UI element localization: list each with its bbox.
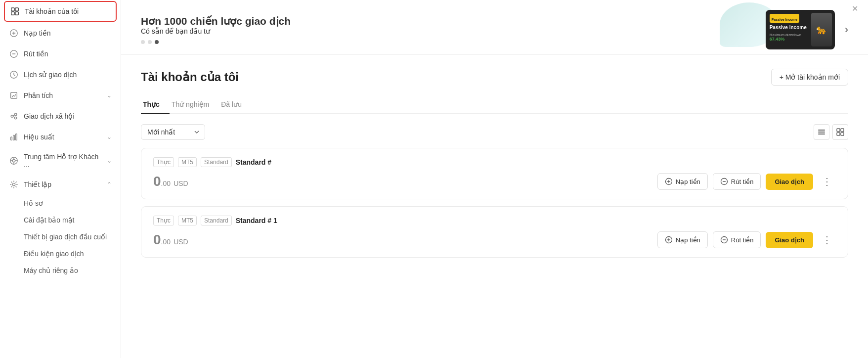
chevron-up-icon: ⌃ [107, 181, 112, 188]
deposit-button-2[interactable]: Nạp tiền [657, 231, 708, 248]
content-header: Tài khoản của tôi + Mở tài khoản mới [141, 69, 848, 86]
account-actions-1: Nạp tiền Rút tiền Giao dịch ⋮ [657, 173, 836, 190]
account-card-1: Thực MT5 Standard Standard # 0.00 USD Nạ… [141, 148, 848, 199]
svg-point-15 [12, 159, 15, 162]
svg-rect-0 [11, 8, 14, 11]
account-card-1-bottom: 0.00 USD Nạp tiền Rút tiền Giao dịch ⋮ [153, 173, 836, 190]
banner-dot-3 [155, 40, 159, 44]
svg-point-8 [11, 115, 13, 118]
withdraw-button-1[interactable]: Rút tiền [713, 173, 761, 190]
sub-item-label: Thiết bị giao dịch đầu cuối [24, 233, 107, 241]
support-icon [9, 156, 19, 166]
banner-dot-1 [141, 40, 145, 44]
sidebar-item-analysis[interactable]: Phân tích ⌄ [0, 85, 121, 106]
tab-demo[interactable]: Thử nghiệm [170, 95, 219, 114]
grid-icon [10, 6, 20, 16]
trade-button-1[interactable]: Giao dịch [766, 174, 813, 190]
sidebar: Tài khoản của tôi Nạp tiền Rút tiền Lịch… [0, 0, 121, 358]
svg-point-16 [12, 183, 15, 185]
svg-rect-3 [15, 12, 18, 15]
new-account-button[interactable]: + Mở tài khoản mới [771, 69, 848, 86]
banner-card: Passive Income Passive income Maximum dr… [766, 10, 835, 49]
account-card-2: Thực MT5 Standard Standard # 1 0.00 USD … [141, 206, 848, 258]
sidebar-sub-item-profile[interactable]: Hồ sơ [0, 195, 121, 212]
svg-rect-17 [818, 130, 825, 131]
svg-rect-19 [818, 134, 825, 134]
minus-circle-icon [9, 49, 19, 59]
sidebar-item-withdraw[interactable]: Rút tiền [0, 44, 121, 64]
banner-image-area: Passive Income Passive income Maximum dr… [766, 10, 848, 49]
banner-dot-2 [148, 40, 152, 44]
account-card-1-top: Thực MT5 Standard Standard # [153, 157, 836, 167]
svg-rect-1 [15, 8, 18, 11]
settings-icon [9, 179, 19, 189]
sidebar-item-label: Phân tích [24, 91, 102, 99]
sidebar-item-deposit[interactable]: Nạp tiền [0, 23, 121, 44]
chevron-down-icon: ⌄ [107, 92, 112, 99]
sidebar-item-performance[interactable]: Hiệu suất ⌄ [0, 127, 121, 147]
view-toggle [814, 124, 848, 140]
sidebar-item-social[interactable]: Giao dịch xã hội [0, 106, 121, 127]
sidebar-item-support[interactable]: Trung tâm Hỗ trợ Khách ... ⌄ [0, 147, 121, 174]
new-account-label: + Mở tài khoản mới [780, 73, 840, 81]
chart-icon [9, 132, 19, 142]
content-area: Tài khoản của tôi + Mở tài khoản mới Thự… [121, 55, 868, 278]
list-view-button[interactable] [814, 124, 829, 140]
sidebar-item-label: Giao dịch xã hội [24, 112, 112, 120]
analysis-icon [9, 90, 19, 100]
sidebar-item-history[interactable]: Lịch sử giao dịch [0, 64, 121, 85]
banner: Hơn 1000 chiến lược giao dịch Có sẵn để … [121, 0, 868, 55]
sub-item-label: Điều kiện giao dịch [24, 250, 84, 258]
svg-rect-11 [11, 137, 12, 140]
account-balance-2: 0.00 USD [153, 232, 188, 248]
clock-icon [9, 70, 19, 80]
account-card-2-top: Thực MT5 Standard Standard # 1 [153, 216, 836, 225]
svg-rect-2 [11, 12, 14, 15]
sidebar-item-label: Nạp tiền [24, 29, 112, 37]
banner-card-badge: Passive Income [770, 14, 800, 23]
sub-item-label: Hồ sơ [24, 199, 43, 207]
tab-real[interactable]: Thực [141, 95, 170, 114]
account-card-2-bottom: 0.00 USD Nạp tiền Rút tiền Giao dịch ⋮ [153, 231, 836, 248]
sidebar-sub-item-devices[interactable]: Thiết bị giao dịch đầu cuối [0, 228, 121, 245]
sidebar-item-my-account[interactable]: Tài khoản của tôi [4, 1, 117, 22]
banner-text: Hơn 1000 chiến lược giao dịch Có sẵn để … [141, 15, 291, 44]
account-tag-mt5-1: MT5 [178, 157, 197, 167]
sidebar-sub-item-vps[interactable]: Máy chủ riêng ảo [0, 262, 121, 279]
sidebar-sub-item-conditions[interactable]: Điều kiện giao dịch [0, 245, 121, 262]
svg-rect-12 [13, 135, 15, 140]
sidebar-sub-item-security[interactable]: Cài đặt bảo mật [0, 212, 121, 228]
banner-subtitle: Có sẵn để bạn đầu tư [141, 27, 291, 35]
deposit-button-1[interactable]: Nạp tiền [657, 173, 708, 190]
account-tag-std-2: Standard [201, 216, 232, 225]
tab-saved[interactable]: Đã lưu [219, 95, 252, 114]
trade-button-2[interactable]: Giao dịch [766, 232, 813, 248]
sidebar-item-label: Rút tiền [24, 50, 112, 58]
sidebar-item-label: Tài khoản của tôi [25, 7, 111, 15]
account-actions-2: Nạp tiền Rút tiền Giao dịch ⋮ [657, 231, 836, 248]
banner-next-arrow[interactable]: › [845, 23, 848, 36]
main-content: Hơn 1000 chiến lược giao dịch Có sẵn để … [121, 0, 868, 358]
more-button-2[interactable]: ⋮ [818, 232, 836, 248]
svg-rect-21 [841, 129, 844, 132]
filter-select[interactable]: Mới nhất Cũ nhất [141, 124, 205, 140]
sub-item-label: Máy chủ riêng ảo [24, 267, 78, 274]
page-title: Tài khoản của tôi [141, 70, 239, 84]
tabs: Thực Thử nghiệm Đã lưu [141, 95, 848, 114]
withdraw-button-2[interactable]: Rút tiền [713, 231, 761, 248]
chevron-down-icon: ⌄ [107, 157, 112, 164]
plus-circle-icon [9, 28, 19, 38]
svg-rect-18 [818, 132, 825, 133]
sidebar-item-label: Thiết lập [24, 180, 102, 188]
account-tag-real-1: Thực [153, 157, 174, 167]
banner-close-button[interactable]: ✕ [852, 4, 858, 13]
sub-item-label: Cài đặt bảo mật [24, 216, 74, 224]
sidebar-item-label: Trung tâm Hỗ trợ Khách ... [24, 153, 102, 169]
banner-title: Hơn 1000 chiến lược giao dịch [141, 15, 291, 27]
sidebar-item-settings[interactable]: Thiết lập ⌃ [0, 174, 121, 195]
filter-row: Mới nhất Cũ nhất [141, 124, 848, 140]
sidebar-item-label: Lịch sử giao dịch [24, 71, 112, 79]
more-button-1[interactable]: ⋮ [818, 174, 836, 189]
account-name-1: Standard # [236, 158, 271, 166]
grid-view-button[interactable] [832, 124, 848, 140]
